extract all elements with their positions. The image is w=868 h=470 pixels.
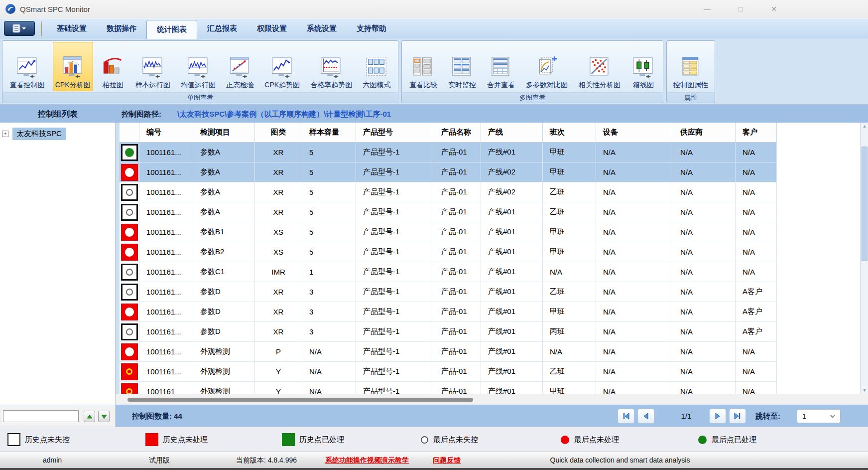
table-row-9[interactable]: 1001161...参数DXR3产品型号-1产品-01产线#01丙班N/AN/A… [120,322,777,342]
ribbon-button-cpk-analysis[interactable]: CPK分析图 [53,42,93,91]
table-row-6[interactable]: 1001161...参数C1IMR1产品型号-1产品-01产线#01N/AN/A… [120,262,777,282]
cell-4-1: 参数B1 [193,222,255,242]
scroll-down-icon[interactable]: ▼ [861,387,868,394]
column-header-6[interactable]: 产线 [481,123,543,142]
column-header-3[interactable]: 样本容量 [302,123,356,142]
cell-9-0: 1001161... [139,322,193,342]
ribbon-button-pass-rate-trend[interactable]: 合格率趋势图 [308,42,355,91]
status-dot [126,328,133,335]
table-row-7[interactable]: 1001161...参数DXR3产品型号-1产品-01产线#01乙班N/AN/A… [120,282,777,302]
column-header-1[interactable]: 检测项目 [193,123,255,142]
scroll-up-icon[interactable]: ▲ [861,123,868,130]
table-row-0[interactable]: 1001161...参数AXR5产品型号-1产品-01产线#01甲班N/AN/A… [120,143,777,162]
column-header-0[interactable]: 编号 [139,123,193,142]
control-chart-table: 编号检测项目图类样本容量产品型号产品名称产线班次设备供应商客户 1001161.… [116,123,860,394]
vertical-scrollbar[interactable]: ▲ ▼ [860,123,868,394]
table-row-11[interactable]: 1001161...外观检测YN/A产品型号-1产品-01产线#01乙班N/AN… [120,362,777,382]
horizontal-scroll-thumb[interactable] [127,398,473,402]
ribbon-button-realtime-monitor[interactable]: 实时监控 [446,42,479,91]
cell-6-3: 1 [302,262,356,282]
menu-item-1[interactable]: 数据操作 [97,18,146,39]
last-page-button[interactable] [729,409,746,424]
cell-5-2: XS [255,242,302,262]
menu-item-4[interactable]: 权限设置 [247,18,297,39]
cell-12-5: 产品-01 [434,382,481,394]
table-row-1[interactable]: 1001161...参数AXR5产品型号-1产品-01产线#02甲班N/AN/A… [120,162,777,182]
status-link-4[interactable]: 问题反馈 [433,452,461,469]
cell-2-3: 5 [302,182,356,202]
cell-3-7: 乙班 [543,202,596,222]
ribbon-button-boxplot[interactable]: 箱线图 [629,42,658,91]
cell-9-4: 产品型号-1 [356,322,434,342]
status-text-1: 试用版 [149,452,170,469]
table-row-12[interactable]: 1001161外观检测YN/A产品型号-1产品-01产线#01甲班N/AN/AN… [120,382,777,394]
app-menu-button[interactable] [4,21,35,36]
table-row-4[interactable]: 1001161...参数B1XS5产品型号-1产品-01产线#01甲班N/AN/… [120,222,777,242]
cell-4-8: N/A [596,222,673,242]
ribbon-button-cpk-trend[interactable]: CPK趋势图 [262,42,302,91]
ribbon-button-pareto[interactable]: 柏拉图 [99,42,127,91]
first-page-button[interactable] [618,409,634,424]
jump-page-select[interactable]: 1 [797,409,841,423]
table-row-2[interactable]: 1001161...参数AXR5产品型号-1产品-01产线#02乙班N/AN/A… [120,182,777,202]
vertical-scroll-thumb[interactable] [862,147,868,261]
horizontal-scrollbar[interactable] [116,394,868,405]
table-row-10[interactable]: 1001161...外观检测PN/A产品型号-1产品-01产线#01N/AN/A… [120,342,777,362]
column-header-9[interactable]: 供应商 [673,123,736,142]
ribbon-button-chart-properties[interactable]: 控制图属性 [671,42,711,91]
correlation-icon [588,55,612,79]
close-icon[interactable]: ✕ [763,3,785,15]
move-up-button[interactable] [84,411,95,422]
move-down-button[interactable] [98,411,110,422]
table-row-3[interactable]: 1001161...参数AXR5产品型号-1产品-01产线#01乙班N/AN/A… [120,202,777,222]
menu-item-3[interactable]: 汇总报表 [197,18,247,39]
cell-3-1: 参数A [193,202,255,222]
column-header-status[interactable] [120,123,139,142]
status-white-box-outline-dot-icon [121,323,138,340]
maximize-icon[interactable]: □ [730,3,751,15]
ribbon-button-multi-param[interactable]: 多参数对比图 [523,42,570,91]
column-header-4[interactable]: 产品型号 [356,123,434,142]
ribbon-button-merged-view[interactable]: 合并查看 [485,42,517,91]
column-header-2[interactable]: 图类 [255,123,302,142]
column-header-8[interactable]: 设备 [596,123,673,142]
table-row-8[interactable]: 1001161...参数DXR3产品型号-1产品-01产线#01甲班N/AN/A… [120,302,777,322]
ribbon-button-normality-test[interactable]: 正态检验 [224,42,256,91]
table-row-5[interactable]: 1001161...参数B2XS5产品型号-1产品-01产线#01甲班N/AN/… [120,242,777,262]
status-red-box-white-dot-icon [121,304,138,320]
menu-item-2[interactable]: 统计图表 [146,20,197,39]
cell-12-6: 产线#01 [481,382,543,394]
ribbon-button-view-compare[interactable]: 查看比较 [407,42,440,91]
cell-0-6: 产线#01 [481,143,543,162]
column-header-10[interactable]: 客户 [736,123,777,142]
cell-0-9: N/A [673,143,736,162]
status-link-3[interactable]: 系统功能操作视频演示教学 [325,452,409,469]
ribbon-button-correlation[interactable]: 相关性分析图 [576,42,623,91]
cell-4-10: N/A [736,222,777,242]
cell-10-8: N/A [596,342,673,362]
cell-9-2: XR [255,322,302,342]
ribbon-button-control-chart[interactable]: 查看控制图 [7,42,47,91]
column-header-7[interactable]: 班次 [543,123,596,142]
ribbon-button-mean-run[interactable]: 均值运行图 [178,42,218,91]
prev-page-button[interactable] [637,409,654,424]
tree-search-input[interactable] [3,410,79,422]
six-chart-icon [365,55,388,79]
ribbon-button-six-chart[interactable]: 六图模式 [360,42,393,91]
pagination-bar: 控制图数量: 44 1/1 跳转至: 1 [0,405,868,427]
ribbon-button-sample-run[interactable]: 样本运行图 [133,42,173,91]
status-dot [125,168,134,177]
cell-3-8: N/A [596,202,673,222]
menu-item-5[interactable]: 系统设置 [297,18,347,39]
tree-expand-icon[interactable]: + [2,131,8,137]
menu-item-0[interactable]: 基础设置 [47,18,97,39]
tree-root-item[interactable]: 太友科技SPC [12,128,66,140]
minimize-icon[interactable]: — [696,3,718,15]
cell-8-6: 产线#01 [481,302,543,322]
multi-param-icon [535,55,559,79]
app-logo-icon [5,3,16,14]
menu-item-6[interactable]: 支持帮助 [347,18,396,39]
cell-11-7: 乙班 [543,362,596,382]
next-page-button[interactable] [709,409,726,424]
column-header-5[interactable]: 产品名称 [434,123,481,142]
